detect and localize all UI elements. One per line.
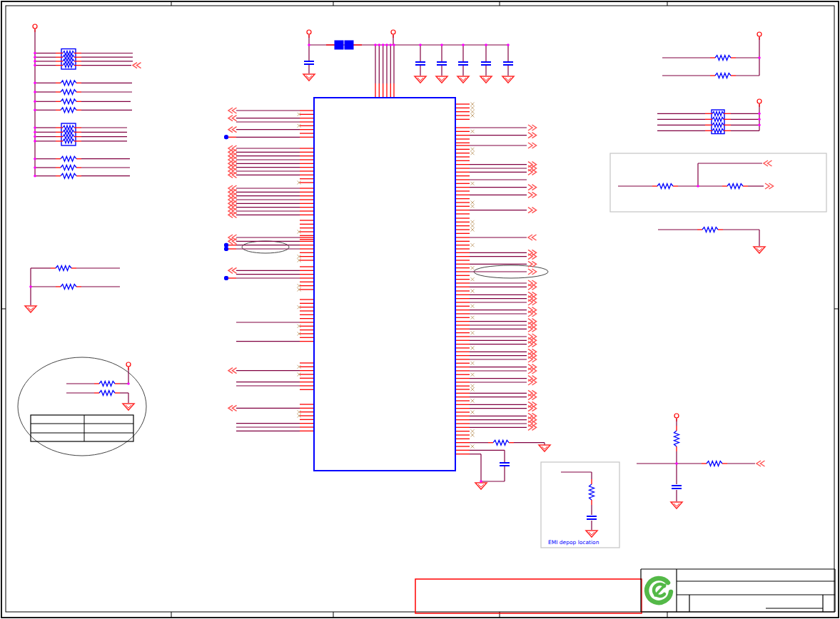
offpage-connector-chevron[interactable] (233, 405, 237, 411)
junction-dot (34, 109, 36, 112)
ground-symbol[interactable] (539, 445, 550, 451)
offpage-connector-chevron[interactable] (233, 368, 237, 374)
ground-symbol[interactable] (480, 76, 492, 83)
offpage-connector-chevron[interactable] (528, 284, 532, 290)
resistor[interactable] (702, 227, 718, 232)
power-symbol[interactable] (674, 414, 679, 418)
offpage-connector-chevron[interactable] (765, 183, 769, 189)
resistor[interactable] (493, 440, 509, 445)
junction-dot (34, 64, 36, 67)
junction-dot (462, 44, 465, 46)
power-symbol[interactable] (307, 30, 311, 34)
offpage-connector-chevron[interactable] (528, 424, 532, 430)
offpage-connector-chevron[interactable] (528, 300, 532, 305)
resistor-network-element[interactable] (712, 128, 724, 133)
resistor[interactable] (61, 165, 76, 170)
offpage-connector-chevron[interactable] (528, 125, 532, 131)
resistor[interactable] (715, 56, 731, 61)
offpage-connector-chevron[interactable] (528, 379, 532, 385)
resistor[interactable] (727, 184, 743, 189)
offpage-connector-chevron[interactable] (137, 63, 141, 68)
ground-symbol[interactable] (415, 76, 426, 83)
schematic-sheet: EMI depop location (0, 0, 840, 619)
power-symbol[interactable] (757, 99, 761, 103)
title-note-box (415, 579, 642, 613)
ground-symbol[interactable] (754, 247, 765, 253)
offpage-connector-chevron[interactable] (532, 235, 537, 240)
offpage-connector-chevron[interactable] (768, 160, 772, 166)
offpage-connector-chevron[interactable] (528, 208, 532, 213)
resistor[interactable] (99, 391, 115, 396)
offpage-connector-chevron[interactable] (528, 342, 532, 347)
resistor[interactable] (707, 461, 722, 466)
resistor[interactable] (61, 285, 76, 290)
offpage-connector-chevron[interactable] (761, 461, 765, 466)
resistor-network-element[interactable] (712, 111, 724, 116)
ground-symbol[interactable] (303, 74, 315, 81)
offpage-connector-chevron[interactable] (528, 311, 532, 317)
offpage-connector-chevron[interactable] (528, 406, 532, 411)
resistor[interactable] (99, 382, 115, 387)
ground-symbol[interactable] (586, 531, 597, 537)
offpage-connector-chevron[interactable] (528, 394, 532, 400)
main-ic[interactable] (314, 98, 455, 471)
offpage-connector-chevron[interactable] (528, 185, 532, 190)
resistor[interactable] (61, 173, 76, 178)
resistor[interactable] (56, 266, 71, 271)
ferrite-bead[interactable] (335, 41, 343, 49)
resistor[interactable] (657, 184, 673, 189)
offpage-connector-chevron[interactable] (528, 254, 532, 260)
resistor[interactable] (61, 99, 76, 104)
resistor[interactable] (61, 108, 76, 113)
offpage-connector-chevron[interactable] (528, 368, 532, 374)
net-dot[interactable] (224, 247, 228, 251)
net-dot[interactable] (224, 243, 228, 247)
offpage-connector-chevron[interactable] (233, 267, 237, 273)
offpage-connector-chevron[interactable] (528, 133, 532, 138)
ferrite-bead[interactable] (345, 41, 353, 49)
ground-symbol[interactable] (671, 502, 682, 508)
junction-dot (419, 44, 422, 46)
resistor-network-element[interactable] (63, 126, 74, 130)
offpage-connector-chevron[interactable] (528, 269, 532, 275)
junction-dot (675, 462, 678, 465)
offpage-connector-chevron[interactable] (233, 116, 237, 121)
net-dot[interactable] (224, 276, 228, 280)
schematic-canvas[interactable]: EMI depop location (0, 0, 840, 619)
resistor[interactable] (61, 90, 76, 95)
ground-symbol[interactable] (25, 306, 36, 312)
resistor-network-element[interactable] (712, 117, 724, 121)
resistor[interactable] (589, 484, 594, 500)
junction-dot (127, 382, 130, 385)
ground-symbol[interactable] (502, 76, 514, 83)
resistor[interactable] (61, 81, 76, 86)
offpage-connector-chevron[interactable] (233, 127, 237, 133)
ground-symbol[interactable] (475, 483, 487, 489)
junction-dot (390, 44, 393, 46)
power-symbol[interactable] (391, 30, 395, 34)
resistor[interactable] (715, 73, 731, 78)
junction-dot (34, 101, 36, 103)
offpage-connector-chevron[interactable] (528, 192, 532, 198)
offpage-connector-chevron[interactable] (233, 238, 237, 244)
resistor-network-element[interactable] (712, 123, 724, 127)
net-dot[interactable] (224, 135, 228, 139)
resistor[interactable] (61, 156, 76, 161)
offpage-connector-chevron[interactable] (528, 357, 532, 362)
junction-dot (382, 44, 385, 46)
power-symbol[interactable] (126, 362, 131, 367)
junction-dot (697, 185, 699, 188)
offpage-connector-chevron[interactable] (528, 169, 532, 175)
junction-dot (507, 44, 510, 46)
resistor[interactable] (674, 431, 679, 446)
power-symbol[interactable] (33, 24, 37, 29)
ground-symbol[interactable] (123, 404, 134, 410)
offpage-connector-chevron[interactable] (528, 143, 532, 148)
offpage-connector-chevron[interactable] (233, 172, 237, 178)
offpage-connector-chevron[interactable] (233, 212, 237, 218)
ground-symbol[interactable] (436, 76, 447, 83)
offpage-connector-chevron[interactable] (233, 108, 237, 113)
ground-symbol[interactable] (457, 76, 469, 83)
offpage-connector-chevron[interactable] (528, 326, 532, 332)
power-symbol[interactable] (757, 32, 761, 36)
